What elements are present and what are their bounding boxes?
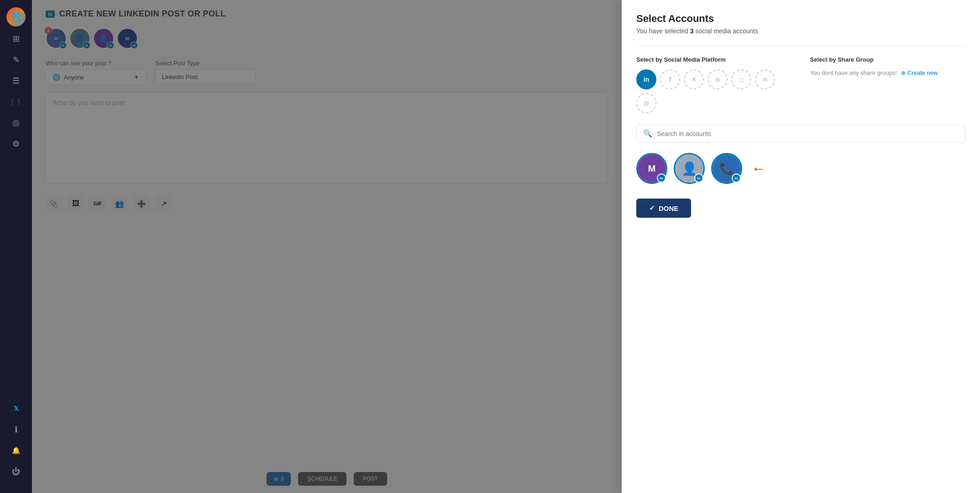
search-input[interactable]: [657, 130, 959, 137]
info-icon: [15, 425, 18, 435]
account-avatar-2[interactable]: 👤 in: [69, 28, 90, 49]
linkedin-badge-1: in: [59, 42, 67, 49]
account-3-icon: 📞: [719, 162, 734, 176]
subtitle-prefix: You have selected: [636, 27, 690, 35]
selected-accounts-row: in 3 in 👤 in 👤 in in in: [46, 28, 608, 49]
sidebar-item-feeds[interactable]: [7, 93, 25, 110]
search-box: 🔍: [636, 124, 965, 143]
plus-btn[interactable]: ➕: [133, 195, 150, 212]
sidebar-item-compose[interactable]: [7, 51, 25, 68]
google-platform-btn[interactable]: ⊞: [707, 69, 728, 89]
threads-platform-btn[interactable]: @: [636, 93, 656, 113]
by-share-group-title: Select by Share Group: [810, 56, 966, 63]
linkedin-platform-btn[interactable]: in: [636, 69, 656, 89]
linkedin-badge-4: in: [131, 42, 138, 49]
who-can-see-group: Who can see your post ? 🌐 Anyone ▼: [46, 60, 146, 85]
linkedin-header-badge: in: [46, 10, 55, 18]
panel-divider: [636, 46, 965, 46]
app-logo[interactable]: 🌐: [6, 7, 26, 26]
linkedin-nav-btn[interactable]: in 3: [267, 472, 291, 486]
feed-icon: [10, 99, 22, 105]
account-3-li-badge: in: [732, 173, 741, 183]
account-avatar-count[interactable]: in 3 in: [46, 28, 67, 49]
toolbar: 📎 🖼 GIF 👥 ➕ ↗: [46, 191, 608, 216]
subtitle-suffix: social media accounts: [694, 27, 759, 35]
threads-icon: @: [643, 100, 649, 107]
done-button[interactable]: ✓ DONE: [636, 199, 691, 218]
arrow-indicator: ←: [751, 160, 766, 177]
account-2-avatar: 👤: [681, 161, 697, 176]
search-icon: 🔍: [643, 129, 652, 138]
share-btn[interactable]: ↗: [155, 195, 172, 212]
edit-icon: [13, 55, 20, 65]
twitter-icon: 𝕏: [14, 405, 19, 412]
messages-platform-btn[interactable]: ✉: [755, 69, 775, 89]
account-item-1[interactable]: M in: [636, 153, 667, 184]
grid-icon: [13, 34, 20, 44]
target-icon: [12, 118, 20, 128]
post-btn[interactable]: POST: [354, 472, 387, 486]
share-group-note: You dont have any share groups! Create n…: [810, 69, 966, 76]
people-btn[interactable]: 👥: [111, 195, 128, 212]
sidebar-item-notifications[interactable]: 🔔: [7, 442, 25, 459]
who-can-see-label: Who can see your post ?: [46, 60, 146, 67]
account-item-2[interactable]: 👤 in: [674, 153, 705, 184]
main-inner: in CREATE NEW LINKEDIN POST OR POLL in 3…: [32, 0, 622, 493]
count-badge: 3: [45, 27, 52, 34]
account-1-li-badge: in: [657, 173, 666, 183]
sidebar-item-posts[interactable]: [7, 72, 25, 89]
account-2-li-badge: in: [694, 173, 703, 183]
main-content: in CREATE NEW LINKEDIN POST OR POLL in 3…: [32, 0, 622, 493]
sidebar-item-settings[interactable]: [7, 135, 25, 152]
accounts-list: M in 👤 in 📞 in ←: [636, 153, 965, 184]
bottom-nav: in 3 SCHEDULE POST: [32, 465, 622, 493]
list-icon: [12, 76, 20, 86]
account-avatar-3[interactable]: 👤 in: [93, 28, 114, 49]
twitter-x-platform-btn[interactable]: ✕: [684, 69, 704, 89]
post-type-group: Select Post Type Linkedin Post: [155, 60, 256, 85]
page-header: in CREATE NEW LINKEDIN POST OR POLL: [46, 9, 608, 19]
select-accounts-panel: Select Accounts You have selected 3 soci…: [622, 0, 980, 493]
linkedin-icon: in: [644, 76, 649, 83]
sidebar: 🌐 𝕏 🔔: [0, 0, 32, 493]
post-textarea[interactable]: What do you want to post: [46, 92, 608, 184]
platform-sections: Select by Social Media Platform in f ✕ ⊞: [636, 56, 965, 113]
account-item-3[interactable]: 📞 in: [711, 153, 742, 184]
form-row: Who can see your post ? 🌐 Anyone ▼ Selec…: [46, 60, 608, 85]
page-title: CREATE NEW LINKEDIN POST OR POLL: [59, 9, 226, 19]
sidebar-item-analytics[interactable]: [7, 114, 25, 131]
gif-btn[interactable]: GIF: [89, 195, 106, 212]
post-type-label: Select Post Type: [155, 60, 256, 67]
share-group-empty-text: You dont have any share groups!: [810, 69, 897, 76]
schedule-btn[interactable]: SCHEDULE: [298, 472, 346, 486]
sidebar-item-power[interactable]: [7, 463, 25, 480]
power-icon: [12, 467, 20, 477]
google-icon: ⊞: [715, 76, 720, 83]
instagram-icon: ◻: [739, 76, 744, 83]
sidebar-item-twitter[interactable]: 𝕏: [7, 400, 25, 417]
sidebar-bottom: 𝕏 🔔: [7, 400, 25, 486]
by-share-group-section: Select by Share Group You dont have any …: [810, 56, 966, 113]
messages-icon: ✉: [763, 76, 768, 83]
account-1-initial: M: [648, 163, 656, 174]
instagram-platform-btn[interactable]: ◻: [731, 69, 751, 89]
globe-icon: 🌐: [52, 73, 60, 81]
post-type-value[interactable]: Linkedin Post: [155, 69, 256, 84]
panel-title: Select Accounts: [636, 13, 965, 25]
bell-icon: 🔔: [12, 446, 21, 455]
textarea-placeholder: What do you want to post: [52, 99, 125, 106]
by-platform-section: Select by Social Media Platform in f ✕ ⊞: [636, 56, 792, 113]
done-label: DONE: [659, 205, 678, 212]
sidebar-item-dashboard[interactable]: [7, 30, 25, 47]
account-avatar-4[interactable]: in in: [117, 28, 138, 49]
create-new-link[interactable]: Create new: [901, 69, 938, 76]
facebook-platform-btn[interactable]: f: [660, 69, 680, 89]
attachment-btn[interactable]: 📎: [46, 195, 62, 212]
sidebar-item-info[interactable]: [7, 421, 25, 438]
linkedin-badge-2: in: [83, 42, 90, 49]
image-btn[interactable]: 🖼: [68, 195, 84, 212]
panel-subtitle: You have selected 3 social media account…: [636, 27, 965, 35]
done-checkmark: ✓: [649, 204, 655, 212]
linkedin-badge-3: in: [107, 42, 114, 49]
by-platform-title: Select by Social Media Platform: [636, 56, 792, 63]
